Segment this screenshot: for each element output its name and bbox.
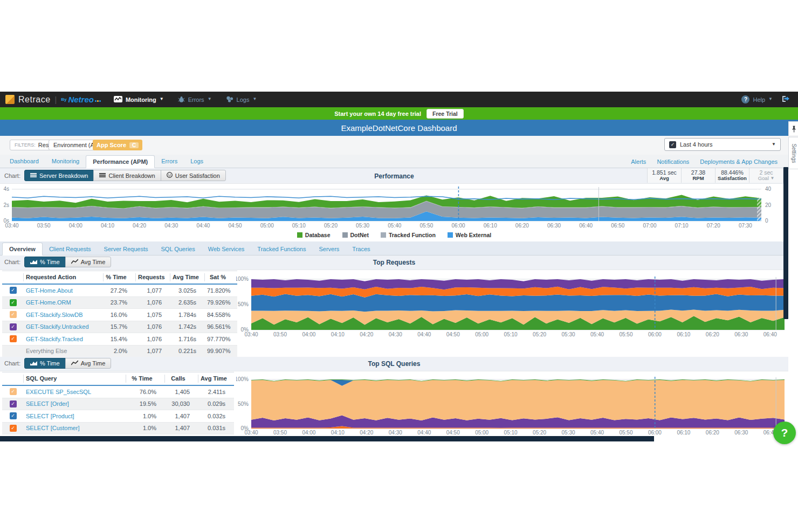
table-row[interactable]: ✓SELECT [Order]19.5%30,0300.029s	[2, 398, 234, 411]
svg-text:04:40: 04:40	[417, 331, 431, 337]
nav-item-logs[interactable]: Logs▼	[226, 96, 257, 103]
svg-text:05:40: 05:40	[590, 331, 604, 337]
link-notifications[interactable]: Notifications	[651, 156, 694, 168]
svg-text:07:00: 07:00	[643, 223, 656, 229]
column-header[interactable]: Requests	[136, 273, 170, 281]
row-link[interactable]: GET-Stackify.SlowDB	[24, 312, 104, 318]
row-checkbox[interactable]: ✓	[10, 335, 17, 342]
svg-text:04:20: 04:20	[360, 430, 373, 436]
table-row[interactable]: ✓GET-Stackify.SlowDB16.0%1,0751.784s84.5…	[2, 309, 237, 321]
column-header[interactable]: % Time	[126, 375, 165, 383]
column-header[interactable]: % Time	[104, 273, 136, 281]
row-value: 1.742s	[170, 323, 205, 330]
svg-text:05:00: 05:00	[475, 430, 489, 436]
column-header[interactable]: Avg Time	[170, 273, 205, 281]
top-requests-header: Chart: % TimeAvg Time Top Requests	[0, 255, 788, 270]
help-menu[interactable]: ? Help ▼	[741, 95, 773, 103]
column-header[interactable]: Sat %	[205, 273, 237, 281]
pin-icon[interactable]	[788, 121, 798, 136]
subtab-traces[interactable]: Traces	[346, 243, 376, 255]
time-range-select[interactable]: ✓ Last 4 hours ▼	[664, 138, 781, 151]
row-value: 30,030	[165, 400, 198, 407]
row-checkbox[interactable]: ✓	[10, 425, 17, 432]
vertical-scrollbar[interactable]	[783, 167, 788, 319]
horizontal-scrollbar[interactable]	[0, 436, 654, 441]
table-row[interactable]: ✓GET-Stackify.Untracked15.7%1,0761.742s9…	[2, 321, 237, 334]
tab-performance-apm-[interactable]: Performance (APM)	[86, 155, 155, 168]
filters-label: FILTERS:	[15, 142, 36, 148]
row-value: 96.561%	[205, 323, 237, 330]
row-link[interactable]: SELECT [Order]	[24, 400, 126, 407]
table-row[interactable]: Everything Else2.0%1,0770.221s99.907%	[2, 346, 237, 358]
nav-item-errors[interactable]: Errors▼	[178, 96, 212, 103]
row-link[interactable]: GET-Stackify.Untracked	[24, 323, 104, 330]
subtab-sql-queries[interactable]: SQL Queries	[155, 243, 202, 255]
stat-goal[interactable]: 2 secGoal ▼	[749, 168, 783, 183]
column-header[interactable]: Avg Time	[198, 375, 234, 383]
svg-text:06:00: 06:00	[452, 223, 465, 229]
table-row[interactable]: ✓EXECUTE SP_5secSQL76.0%1,4052.411s	[2, 386, 234, 398]
table-row[interactable]: ✓SELECT [Product]1.0%1,4070.032s	[2, 410, 234, 423]
legend-item: Tracked Function	[381, 232, 436, 238]
top-requests-chart[interactable]: 03:4003:5004:0004:1004:2004:3004:4004:50…	[236, 273, 788, 341]
subtab-servers[interactable]: Servers	[312, 243, 346, 255]
row-checkbox[interactable]: ✓	[10, 287, 17, 294]
stats-summary: 1.851 secAvg27.38RPM88.446%Satisfaction2…	[647, 168, 783, 183]
subtab-web-services[interactable]: Web Services	[202, 243, 251, 255]
svg-text:05:30: 05:30	[356, 223, 369, 229]
section-title-top-sql: Top SQL Queries	[0, 360, 788, 368]
row-checkbox[interactable]: ✓	[10, 299, 17, 306]
row-checkbox[interactable]: ✓	[10, 412, 17, 419]
subtab-client-requests[interactable]: Client Requests	[43, 243, 98, 255]
row-checkbox[interactable]: ✓	[10, 388, 17, 395]
row-link[interactable]: SELECT [Customer]	[24, 425, 126, 431]
row-link[interactable]: SELECT [Product]	[24, 413, 126, 419]
tab-dashboard[interactable]: Dashboard	[3, 155, 45, 168]
row-checkbox[interactable]: ✓	[10, 323, 17, 330]
column-header[interactable]: Requested Action	[24, 273, 104, 281]
row-link[interactable]: GET-Home.About	[24, 287, 104, 294]
row-checkbox[interactable]: ✓	[10, 400, 17, 407]
page: Retrace | By Netreo Monitoring▼Errors▼Lo…	[0, 0, 798, 532]
svg-text:06:20: 06:20	[706, 430, 719, 436]
table-row[interactable]: ✓GET-Home.ORM23.7%1,0762.635s79.926%	[2, 297, 237, 309]
subtab-server-requests[interactable]: Server Requests	[98, 243, 155, 255]
logs-icon	[226, 96, 233, 103]
nav-item-label: Logs	[237, 96, 250, 103]
row-link[interactable]: GET-Home.ORM	[24, 299, 104, 306]
subtab-overview[interactable]: Overview	[2, 243, 43, 255]
row-value: 1,405	[165, 389, 198, 395]
main-tab-bar: DashboardMonitoringPerformance (APM)Erro…	[0, 155, 788, 168]
svg-text:06:20: 06:20	[515, 223, 529, 229]
subtab-tracked-functions[interactable]: Tracked Functions	[251, 243, 312, 255]
tab-errors[interactable]: Errors	[155, 155, 184, 168]
svg-text:2s: 2s	[3, 202, 9, 208]
nav-item-monitoring[interactable]: Monitoring▼	[114, 96, 164, 103]
link-alerts[interactable]: Alerts	[625, 156, 651, 168]
table-row[interactable]: ✓GET-Stackify.Tracked15.4%1,0761.716s97.…	[2, 333, 237, 346]
help-widget-button[interactable]: ?	[773, 422, 796, 444]
column-header[interactable]: Calls	[165, 375, 198, 383]
table-row[interactable]: ✓SELECT [Customer]1.0%1,4070.031s	[2, 423, 234, 435]
link-deployments-app-changes[interactable]: Deployments & App Changes	[694, 156, 783, 168]
row-value: 1.0%	[126, 413, 165, 419]
top-sql-chart[interactable]: 03:4003:5004:0004:1004:2004:3004:4004:50…	[236, 373, 788, 441]
logout-icon[interactable]	[781, 95, 790, 104]
column-header[interactable]: SQL Query	[24, 375, 126, 383]
svg-text:05:40: 05:40	[590, 430, 604, 436]
svg-text:03:50: 03:50	[37, 223, 51, 229]
row-value: 1.716s	[170, 336, 205, 342]
performance-chart[interactable]: 03:4003:5004:0004:1004:2004:3004:4004:50…	[0, 183, 788, 237]
row-checkbox[interactable]: ✓	[10, 311, 17, 318]
row-link[interactable]: GET-Stackify.Tracked	[24, 336, 104, 342]
netreo-logo-dots	[94, 96, 101, 103]
row-value: 97.770%	[205, 336, 237, 342]
svg-text:04:30: 04:30	[389, 430, 402, 436]
row-link[interactable]: EXECUTE SP_5secSQL	[24, 389, 126, 395]
tab-monitoring[interactable]: Monitoring	[45, 155, 86, 168]
app-score-badge[interactable]: App Score C	[93, 140, 142, 150]
settings-tab[interactable]: Settings	[788, 137, 798, 169]
table-row[interactable]: ✓GET-Home.About27.2%1,0773.025s71.820%	[2, 285, 237, 297]
free-trial-button[interactable]: Free Trial	[426, 109, 464, 119]
tab-logs[interactable]: Logs	[184, 155, 210, 168]
